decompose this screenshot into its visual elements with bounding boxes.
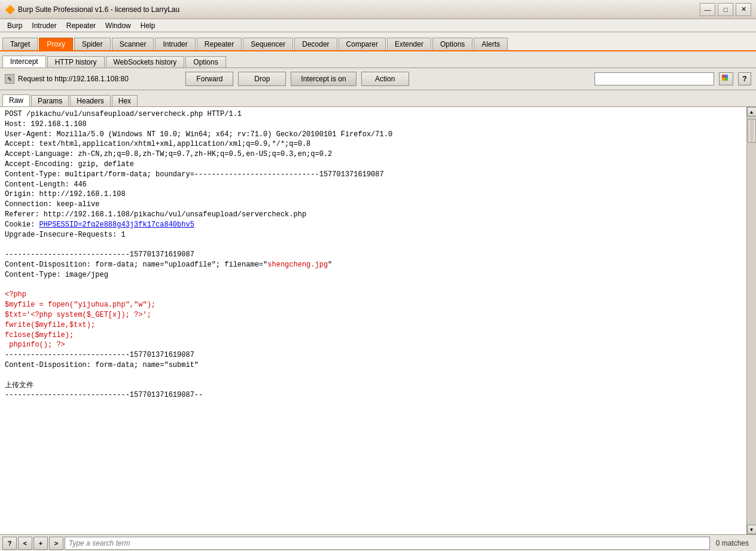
line-boundary2: -----------------------------15770137161… [5, 351, 199, 369]
scroll-track[interactable] [748, 117, 756, 525]
highlight-button[interactable] [719, 72, 733, 85]
content-tab-hex[interactable]: Hex [112, 95, 138, 106]
scroll-up-arrow[interactable]: ▲ [747, 107, 757, 117]
window-controls: — □ ✕ [700, 3, 751, 16]
line-upgrade: Upgrade-Insecure-Requests: 1 -----------… [5, 231, 267, 269]
sub-tabs: Intercept HTTP history WebSockets histor… [0, 51, 756, 68]
svg-rect-2 [722, 78, 725, 81]
content-tab-raw[interactable]: Raw [2, 94, 30, 106]
help-bottom-button[interactable]: ? [2, 537, 17, 550]
content-area: POST /pikachu/vul/unsafeupload/serverche… [0, 107, 756, 534]
request-body[interactable]: POST /pikachu/vul/unsafeupload/serverche… [0, 107, 746, 534]
matches-label: 0 matches [711, 539, 754, 547]
subtab-intercept[interactable]: Intercept [2, 56, 46, 68]
subtab-options[interactable]: Options [185, 56, 225, 68]
menubar: Burp Intruder Repeater Window Help [0, 19, 756, 32]
subtab-websockets-history[interactable]: WebSockets history [106, 56, 185, 68]
proxy-panel: Target Proxy Spider Scanner Intruder Rep… [0, 32, 756, 551]
svg-rect-0 [722, 75, 725, 78]
content-tab-params[interactable]: Params [31, 95, 69, 106]
tab-target[interactable]: Target [2, 38, 38, 50]
content-tabs: Raw Params Headers Hex [0, 90, 756, 107]
bottom-bar: ? < + > 0 matches [0, 534, 756, 551]
svg-rect-1 [725, 75, 728, 78]
tab-sequencer[interactable]: Sequencer [243, 38, 293, 50]
forward-button[interactable]: Forward [185, 72, 233, 86]
php-code: <?php $myfile = fopen("yijuhua.php","w")… [5, 290, 156, 349]
titlebar: 🔶 Burp Suite Professional v1.6 - license… [0, 0, 756, 19]
tab-decoder[interactable]: Decoder [294, 38, 337, 50]
vertical-scrollbar[interactable]: ▲ ▼ [746, 107, 756, 534]
prev-button[interactable]: < [18, 537, 32, 550]
editor-area: Raw Params Headers Hex POST /pikachu/vul… [0, 90, 756, 534]
search-bottom-input[interactable] [65, 537, 710, 550]
menu-repeater[interactable]: Repeater [62, 20, 100, 31]
line-post: POST /pikachu/vul/unsafeupload/serverche… [5, 110, 392, 229]
filename-value: shengcheng.jpg [267, 261, 328, 269]
scroll-thumb[interactable] [748, 119, 756, 143]
next-up-button[interactable]: + [33, 537, 48, 550]
subtab-http-history[interactable]: HTTP history [47, 56, 105, 68]
menu-burp[interactable]: Burp [2, 20, 27, 31]
app-title: Burp Suite Professional v1.6 - licensed … [18, 5, 700, 14]
line-submit-value: 上传文件 [5, 381, 33, 390]
edit-icon: ✎ [5, 74, 14, 84]
request-label: ✎ Request to http://192.168.1.108:80 [5, 74, 181, 84]
tab-repeater[interactable]: Repeater [197, 38, 242, 50]
tab-proxy[interactable]: Proxy [39, 38, 73, 50]
app-body: Target Proxy Spider Scanner Intruder Rep… [0, 32, 756, 551]
request-label-text: Request to http://192.168.1.108:80 [18, 75, 129, 83]
line-boundary3: -----------------------------15770137161… [5, 391, 203, 399]
menu-window[interactable]: Window [100, 20, 136, 31]
tab-extender[interactable]: Extender [387, 38, 431, 50]
intercept-button[interactable]: Intercept is on [291, 72, 356, 86]
cookie-value: PHPSESSID=2fq2e888g43j3fk17ca840bhv5 [39, 221, 194, 229]
tab-spider[interactable]: Spider [74, 38, 111, 50]
action-button[interactable]: Action [361, 72, 409, 86]
next-button[interactable]: > [49, 537, 63, 550]
tab-comparer[interactable]: Comparer [339, 38, 386, 50]
tab-scanner[interactable]: Scanner [112, 38, 154, 50]
maximize-button[interactable]: □ [718, 3, 733, 16]
tab-options[interactable]: Options [432, 38, 472, 50]
app-icon: 🔶 [5, 5, 14, 14]
close-button[interactable]: ✕ [736, 3, 751, 16]
scroll-down-arrow[interactable]: ▼ [747, 525, 757, 534]
svg-rect-3 [725, 78, 728, 81]
tab-intruder[interactable]: Intruder [155, 38, 195, 50]
tab-alerts[interactable]: Alerts [474, 38, 508, 50]
main-tabs: Target Proxy Spider Scanner Intruder Rep… [0, 32, 756, 51]
drop-button[interactable]: Drop [238, 72, 286, 86]
minimize-button[interactable]: — [700, 3, 715, 16]
content-tab-headers[interactable]: Headers [70, 95, 110, 106]
toolbar-help-button[interactable]: ? [738, 72, 751, 85]
menu-intruder[interactable]: Intruder [27, 20, 61, 31]
search-input[interactable] [595, 72, 714, 85]
toolbar-area: ✎ Request to http://192.168.1.108:80 For… [0, 68, 756, 90]
menu-help[interactable]: Help [136, 20, 160, 31]
